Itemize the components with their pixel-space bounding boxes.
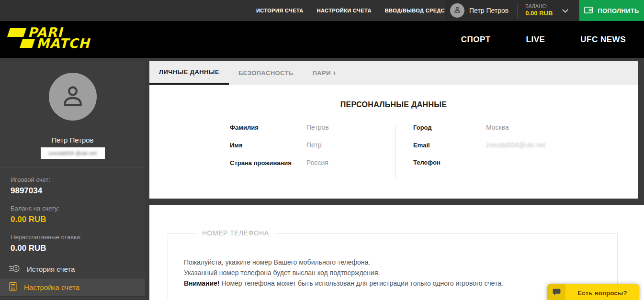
- user-account-dropdown[interactable]: Петр Петров БАЛАНС: 0.00 RUB: [445, 0, 579, 21]
- logo-shape: [20, 39, 35, 48]
- sidebar-avatar: [49, 73, 97, 121]
- wallet-icon: [584, 6, 593, 15]
- deposit-button[interactable]: ПОПОЛНИТЬ: [579, 0, 644, 21]
- user-name: Петр Петров: [469, 7, 508, 14]
- menu-deposit-withdraw[interactable]: ВВОД/ВЫВОД СРЕДСТВ: [385, 8, 452, 13]
- calculator-icon: [9, 282, 17, 293]
- sidebar-item-account-history[interactable]: История счета: [0, 260, 145, 278]
- field-phone: Телефон: [413, 159, 638, 166]
- menu-account-history[interactable]: ИСТОРИЯ СЧЕТА: [256, 8, 304, 13]
- phone-instruction-line3: Внимание! Номер телефона может быть испо…: [184, 278, 608, 289]
- parimatch-logo[interactable]: PARI MATCH: [9, 26, 90, 50]
- coin-history-icon: [9, 264, 20, 275]
- field-last-name: Фамилия Петров: [230, 123, 395, 131]
- sidebar-account-info: Игровой счет: 9897034 Баланс на счету: 0…: [0, 167, 145, 253]
- personal-data-columns: Фамилия Петров Имя Петр Страна проживани…: [149, 123, 638, 180]
- chat-button-label: Есть вопросы?: [565, 289, 639, 297]
- phone-instruction-line2: Указанный номер телефона будет выслан ко…: [184, 267, 608, 278]
- balance-block: БАЛАНС: 0.00 RUB: [525, 3, 553, 18]
- sidebar-balance-value: 0.00 RUB: [11, 215, 135, 224]
- nav-live[interactable]: LIVE: [526, 35, 545, 44]
- sidebar-item-label: Настройка счета: [24, 283, 79, 291]
- unsettled-bets-value: 0.00 RUB: [11, 244, 135, 253]
- field-label: Имя: [230, 142, 306, 149]
- field-value: Россия: [306, 159, 328, 167]
- settings-tabbar: ЛИЧНЫЕ ДАННЫЕ БЕЗОПАСНОСТЬ ПАРИ +: [149, 61, 638, 85]
- personal-data-card: ЛИЧНЫЕ ДАННЫЕ БЕЗОПАСНОСТЬ ПАРИ + ПЕРСОН…: [149, 61, 638, 199]
- phone-instruction-line1: Пожалуйста, укажите номер Вашего мобильн…: [184, 257, 608, 267]
- field-first-name: Имя Петр: [230, 141, 395, 149]
- game-account-label: Игровой счет:: [11, 176, 135, 183]
- deposit-button-label: ПОПОЛНИТЬ: [598, 7, 639, 14]
- logo-row-2: MATCH: [21, 37, 90, 50]
- account-topbar: ИСТОРИЯ СЧЕТА НАСТРОЙКИ СЧЕТА ВВОД/ВЫВОД…: [0, 0, 644, 21]
- masked-email-text: zvezda504 @ukr.net: [48, 150, 96, 156]
- balance-label: БАЛАНС:: [525, 3, 553, 10]
- tab-personal-data[interactable]: ЛИЧНЫЕ ДАННЫЕ: [149, 61, 229, 85]
- field-value: Москва: [486, 123, 509, 131]
- field-country: Страна проживания Россия: [230, 159, 395, 167]
- primary-nav: СПОРТ LIVE UFC NEWS: [461, 21, 644, 58]
- phone-section-legend: НОМЕР ТЕЛЕФОНА: [196, 229, 275, 237]
- personal-data-body: ПЕРСОНАЛЬНЫЕ ДАННЫЕ Фамилия Петров Имя П…: [149, 85, 638, 180]
- divider: [517, 3, 518, 18]
- chat-icon-box: [547, 284, 565, 300]
- person-icon: [59, 82, 87, 111]
- main-navbar: PARI MATCH СПОРТ LIVE UFC NEWS: [0, 21, 644, 58]
- speech-bubble-icon: [553, 289, 561, 297]
- nav-sport[interactable]: СПОРТ: [461, 35, 491, 44]
- chevron-down-icon[interactable]: [562, 7, 568, 13]
- field-label: Страна проживания: [230, 159, 306, 167]
- sidebar-item-label: История счета: [27, 265, 75, 273]
- tab-security[interactable]: БЕЗОПАСНОСТЬ: [229, 61, 303, 85]
- nav-ufc-news[interactable]: UFC NEWS: [580, 35, 626, 44]
- sidebar-masked-email: zvezda504 @ukr.net: [41, 147, 105, 159]
- personal-data-title: ПЕРСОНАЛЬНЫЕ ДАННЫЕ: [149, 100, 638, 109]
- sidebar-menu: История счета Настройка счета: [0, 260, 145, 297]
- account-sidebar: Петр Петров zvezda504 @ukr.net Игровой с…: [0, 61, 145, 300]
- field-label: Телефон: [413, 159, 486, 166]
- game-account-number: 9897034: [11, 186, 135, 196]
- sidebar-user-name: Петр Петров: [0, 136, 145, 144]
- field-label: Город: [413, 124, 486, 131]
- tab-pari-plus[interactable]: ПАРИ +: [303, 61, 346, 85]
- logo-shape: [7, 28, 26, 37]
- personal-right-column: Город Москва Email zvezda504@ukr.net Тел…: [395, 123, 638, 180]
- field-label: Фамилия: [230, 124, 306, 131]
- warning-label: Внимание!: [184, 279, 220, 287]
- balance-value: 0.00 RUB: [525, 10, 553, 18]
- logo-text-match: MATCH: [36, 37, 90, 50]
- person-icon: [453, 6, 461, 15]
- field-label: Email: [413, 142, 486, 149]
- field-city: Город Москва: [413, 123, 638, 131]
- personal-left-column: Фамилия Петров Имя Петр Страна проживани…: [149, 123, 395, 180]
- field-email: Email zvezda504@ukr.net: [413, 141, 638, 149]
- sidebar-item-account-settings[interactable]: Настройка счета: [0, 278, 145, 297]
- user-avatar: [450, 3, 464, 18]
- field-value: Петров: [306, 123, 329, 131]
- unsettled-bets-label: Нерассчитанные ставки:: [11, 233, 135, 241]
- support-chat-button[interactable]: Есть вопросы?: [547, 284, 639, 300]
- account-menu: ИСТОРИЯ СЧЕТА НАСТРОЙКИ СЧЕТА ВВОД/ВЫВОД…: [256, 0, 452, 21]
- field-value: Петр: [306, 141, 322, 149]
- warning-text: Номер телефона может быть использован дл…: [220, 279, 503, 287]
- sidebar-balance-label: Баланс на счету:: [11, 205, 135, 212]
- field-value-blurred: zvezda504@ukr.net: [486, 141, 545, 149]
- menu-account-settings[interactable]: НАСТРОЙКИ СЧЕТА: [317, 8, 372, 13]
